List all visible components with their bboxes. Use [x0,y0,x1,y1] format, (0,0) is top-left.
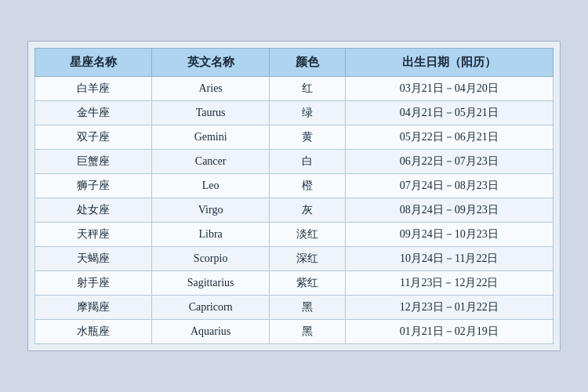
cell-color: 黑 [269,296,345,320]
cell-color: 橙 [269,174,345,198]
cell-english-name: Scorpio [152,247,269,271]
cell-dates: 11月23日－12月22日 [345,271,553,296]
table-row: 巨蟹座Cancer白06月22日－07月23日 [35,150,554,174]
cell-color: 灰 [269,198,345,223]
cell-dates: 05月22日－06月21日 [345,125,553,150]
cell-chinese-name: 射手座 [35,271,152,296]
cell-dates: 07月24日－08月23日 [345,174,553,198]
cell-chinese-name: 巨蟹座 [35,150,152,174]
cell-english-name: Capricorn [152,296,269,320]
cell-dates: 01月21日－02月19日 [345,320,553,344]
cell-english-name: Gemini [152,125,269,150]
cell-color: 淡红 [269,223,345,247]
table-header-row: 星座名称 英文名称 颜色 出生日期（阳历） [35,49,554,77]
cell-english-name: Sagittarius [152,271,269,296]
cell-dates: 10月24日－11月22日 [345,247,553,271]
cell-english-name: Taurus [152,101,269,125]
table-body: 白羊座Aries红03月21日－04月20日金牛座Taurus绿04月21日－0… [35,77,554,344]
cell-color: 黑 [269,320,345,344]
cell-english-name: Libra [152,223,269,247]
cell-dates: 04月21日－05月21日 [345,101,553,125]
cell-color: 白 [269,150,345,174]
cell-english-name: Leo [152,174,269,198]
cell-english-name: Virgo [152,198,269,223]
cell-chinese-name: 水瓶座 [35,320,152,344]
cell-dates: 08月24日－09月23日 [345,198,553,223]
table-row: 射手座Sagittarius紫红11月23日－12月22日 [35,271,554,296]
cell-dates: 09月24日－10月23日 [345,223,553,247]
cell-chinese-name: 双子座 [35,125,152,150]
cell-english-name: Cancer [152,150,269,174]
table-row: 处女座Virgo灰08月24日－09月23日 [35,198,554,223]
cell-chinese-name: 处女座 [35,198,152,223]
header-english-name: 英文名称 [152,49,269,77]
cell-english-name: Aries [152,77,269,101]
table-row: 狮子座Leo橙07月24日－08月23日 [35,174,554,198]
cell-dates: 12月23日－01月22日 [345,296,553,320]
cell-color: 绿 [269,101,345,125]
table-row: 水瓶座Aquarius黑01月21日－02月19日 [35,320,554,344]
cell-dates: 03月21日－04月20日 [345,77,553,101]
cell-chinese-name: 天蝎座 [35,247,152,271]
zodiac-table: 星座名称 英文名称 颜色 出生日期（阳历） 白羊座Aries红03月21日－04… [34,48,554,344]
cell-chinese-name: 金牛座 [35,101,152,125]
table-row: 天秤座Libra淡红09月24日－10月23日 [35,223,554,247]
table-row: 金牛座Taurus绿04月21日－05月21日 [35,101,554,125]
table-row: 双子座Gemini黄05月22日－06月21日 [35,125,554,150]
cell-chinese-name: 摩羯座 [35,296,152,320]
table-row: 天蝎座Scorpio深红10月24日－11月22日 [35,247,554,271]
cell-color: 深红 [269,247,345,271]
cell-chinese-name: 狮子座 [35,174,152,198]
cell-color: 黄 [269,125,345,150]
table-row: 白羊座Aries红03月21日－04月20日 [35,77,554,101]
header-color: 颜色 [269,49,345,77]
table-row: 摩羯座Capricorn黑12月23日－01月22日 [35,296,554,320]
cell-color: 紫红 [269,271,345,296]
cell-chinese-name: 天秤座 [35,223,152,247]
header-dates: 出生日期（阳历） [345,49,553,77]
zodiac-table-container: 星座名称 英文名称 颜色 出生日期（阳历） 白羊座Aries红03月21日－04… [27,41,561,351]
cell-color: 红 [269,77,345,101]
cell-chinese-name: 白羊座 [35,77,152,101]
cell-dates: 06月22日－07月23日 [345,150,553,174]
cell-english-name: Aquarius [152,320,269,344]
header-chinese-name: 星座名称 [35,49,152,77]
